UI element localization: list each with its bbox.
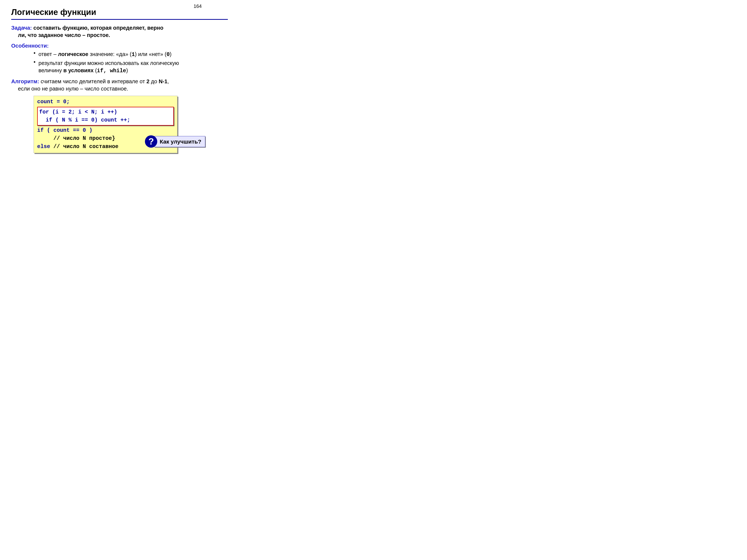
task-label: Задача: [11, 25, 32, 31]
feature-1-mono2: 0 [166, 52, 170, 58]
code-line-h1: for (i = 2; i < N; i ++) [39, 108, 172, 116]
algorithm-comma: , [167, 78, 169, 84]
slide: 164 Логические функции Задача: составить… [0, 0, 239, 179]
code-l4-comment: // число N простое} [53, 135, 115, 141]
title-underline [11, 19, 228, 20]
feature-1-mono1: 1 [131, 52, 135, 58]
feature-1-pre: ответ – [38, 51, 58, 57]
features-list: ответ – логическое значение: «да» (1) ил… [11, 51, 228, 74]
feature-2-pre: величину [38, 68, 63, 73]
algorithm-label: Алгоритм: [11, 78, 39, 84]
code-l5-else: else [37, 143, 53, 150]
feature-1-mid: ) или «нет» ( [135, 51, 166, 57]
code-line-3: if ( count == 0 ) [37, 126, 174, 135]
feature-2-bold: в условиях [63, 68, 94, 73]
algorithm-bold-2: 2 [147, 78, 149, 84]
feature-2-mono: if, while [97, 68, 126, 74]
question-badge-icon: ? [145, 135, 157, 148]
task-text-1: составить функцию, которая определяет, в… [32, 25, 163, 31]
feature-1-bold: логическое [58, 51, 88, 57]
feature-2-close: ) [126, 68, 128, 73]
features-label: Особенности: [11, 43, 49, 49]
algorithm-mid: до [149, 78, 158, 84]
page-number: 164 [194, 3, 202, 9]
feature-2-open: ( [94, 68, 97, 73]
code-line-h2: if ( N % i == 0) count ++; [39, 116, 172, 124]
code-l5-comment: // число N составное [53, 143, 119, 150]
callout-text: Как улучшить? [154, 136, 205, 147]
algorithm-text-2: если оно не равно нулю – число составное… [11, 85, 228, 92]
algorithm-section: Алгоритм: считаем число делителей в инте… [11, 78, 228, 92]
code-highlight-box: for (i = 2; i < N; i ++) if ( N % i == 0… [37, 107, 174, 126]
feature-2-line1: результат функции можно использовать как… [38, 60, 179, 66]
code-l4-pad [37, 135, 53, 141]
task-text-2: ли, что заданное число – простое. [11, 31, 228, 39]
task-section: Задача: составить функцию, которая опред… [11, 24, 228, 39]
feature-1-post: значение: «да» ( [88, 51, 132, 57]
feature-item-2: результат функции можно использовать как… [34, 59, 228, 75]
algorithm-bold-n1: N-1 [159, 78, 168, 84]
callout: ? Как улучшить? [145, 135, 205, 148]
feature-1-end: ) [170, 51, 172, 57]
algorithm-text-1: считаем число делителей в интервале от [39, 78, 147, 84]
features-section: Особенности: ответ – логическое значение… [11, 42, 228, 75]
feature-item-1: ответ – логическое значение: «да» (1) ил… [34, 51, 228, 58]
code-line-1: count = 0; [37, 98, 174, 106]
code-block: count = 0; for (i = 2; i < N; i ++) if (… [34, 96, 177, 153]
